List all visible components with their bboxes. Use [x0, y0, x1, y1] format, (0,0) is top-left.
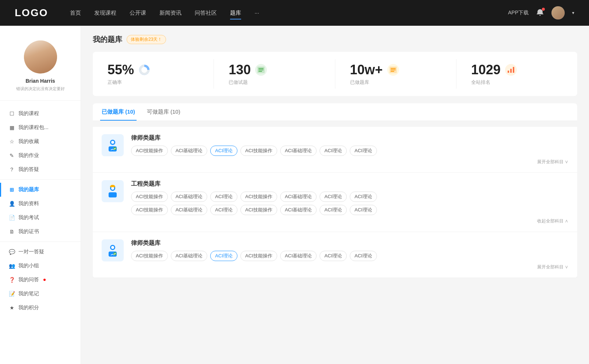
bank-tag-1-1[interactable]: ACI基础理论 [171, 146, 208, 156]
sidebar-label-favorites: 我的收藏 [18, 138, 39, 145]
sidebar-item-myqa[interactable]: ❓ 我的问答 [0, 273, 81, 287]
main-layout: Brian Harris 错误的决定比没有决定要好 ☐ 我的课程 ▦ 我的课程包… [0, 26, 589, 364]
sidebar-item-cert[interactable]: 🗎 我的证书 [0, 225, 81, 239]
user-dropdown-arrow[interactable]: ▾ [572, 10, 574, 15]
bank-tags-1: ACI技能操作 ACI基础理论 ACI理论 ACI技能操作 ACI基础理论 AC… [131, 146, 568, 156]
stat-ranking: 1029 全站排名 [456, 59, 577, 89]
note-icon: 📝 [9, 291, 15, 297]
sidebar-item-points[interactable]: ★ 我的积分 [0, 301, 81, 315]
bank-tag-3-0[interactable]: ACI技能操作 [131, 251, 168, 261]
bank-tag-2-12[interactable]: ACI理论 [320, 205, 347, 215]
bank-tag-2-6[interactable]: ACI理论 [350, 192, 377, 202]
doc-icon: ☐ [9, 111, 15, 117]
bank-card-1: 律师类题库 ACI技能操作 ACI基础理论 ACI理论 ACI技能操作 ACI基… [93, 127, 577, 173]
sidebar-item-profile[interactable]: 👤 我的资料 [0, 197, 81, 211]
tab-available[interactable]: 可做题库 (10) [145, 103, 182, 121]
svg-rect-12 [513, 67, 514, 73]
bank-tag-2-7[interactable]: ACI技能操作 [131, 205, 168, 215]
nav-openclass[interactable]: 公开课 [130, 8, 146, 18]
file-icon: 📄 [9, 215, 15, 221]
navbar: LOGO 首页 发现课程 公开课 新闻资讯 问答社区 题库 ··· APP下载 … [0, 0, 589, 26]
bank-tag-2-10[interactable]: ACI技能操作 [240, 205, 277, 215]
stat-done-label: 已做试题 [229, 79, 248, 86]
notification-bell[interactable] [536, 8, 544, 18]
sidebar-item-group[interactable]: 👥 我的小组 [0, 259, 81, 273]
svg-rect-3 [258, 68, 264, 69]
sidebar-item-favorites[interactable]: ☆ 我的收藏 [0, 135, 81, 149]
svg-rect-7 [391, 68, 396, 69]
tab-done[interactable]: 已做题库 (10) [100, 103, 137, 121]
list-green-icon [255, 64, 267, 76]
bank-tag-1-3[interactable]: ACI技能操作 [240, 146, 277, 156]
stat-ranking-top: 1029 [471, 62, 517, 78]
bank-tag-3-2[interactable]: ACI理论 [210, 251, 237, 261]
stat-ranking-number: 1029 [471, 62, 501, 78]
logo: LOGO [15, 7, 48, 19]
bank-tag-3-3[interactable]: ACI技能操作 [240, 251, 277, 261]
avatar-silhouette [24, 40, 57, 74]
bar-chart-icon [505, 64, 517, 76]
bank-expand-3[interactable]: 展开全部科目 ∨ [131, 264, 568, 270]
svg-point-16 [111, 141, 114, 144]
bank-tag-2-13[interactable]: ACI理论 [350, 205, 377, 215]
bank-tag-2-8[interactable]: ACI基础理论 [171, 205, 208, 215]
sidebar-divider-1 [0, 100, 81, 101]
bank-tag-2-4[interactable]: ACI基础理论 [280, 192, 317, 202]
sidebar-label-private-qa: 一对一答疑 [18, 249, 44, 255]
sidebar-item-private-qa[interactable]: 💬 一对一答疑 [0, 245, 81, 259]
sidebar-item-coursepack[interactable]: ▦ 我的课程包... [0, 121, 81, 135]
notification-dot [542, 8, 545, 11]
bank-tag-2-2[interactable]: ACI理论 [210, 192, 237, 202]
sidebar-item-homework[interactable]: ✎ 我的作业 [0, 149, 81, 163]
bank-tag-2-3[interactable]: ACI技能操作 [240, 192, 277, 202]
sidebar-label-group: 我的小组 [18, 263, 39, 269]
avatar[interactable] [551, 6, 565, 19]
bank-expand-2[interactable]: 收起全部科目 ∧ [131, 218, 568, 224]
sidebar-label-homework: 我的作业 [18, 152, 39, 159]
sidebar-label-profile: 我的资料 [18, 200, 39, 207]
bank-icon: ⊞ [9, 187, 15, 193]
sidebar-item-notes[interactable]: 📝 我的笔记 [0, 287, 81, 301]
bank-tag-1-2[interactable]: ACI理论 [210, 146, 237, 156]
nav-discover[interactable]: 发现课程 [94, 8, 116, 18]
bank-tag-1-4[interactable]: ACI基础理论 [280, 146, 317, 156]
nav-questionbank[interactable]: 题库 [230, 8, 241, 18]
bank-tag-2-5[interactable]: ACI理论 [320, 192, 347, 202]
page-title: 我的题库 [93, 35, 122, 44]
sidebar-item-courses[interactable]: ☐ 我的课程 [0, 107, 81, 121]
bank-tag-2-11[interactable]: ACI基础理论 [280, 205, 317, 215]
svg-rect-10 [508, 71, 509, 73]
sidebar-label-coursepack: 我的课程包... [18, 124, 49, 131]
bank-tags-2-row1: ACI技能操作 ACI基础理论 ACI理论 ACI技能操作 ACI基础理论 AC… [131, 192, 568, 202]
bank-tag-3-4[interactable]: ACI基础理论 [280, 251, 317, 261]
nav-news[interactable]: 新闻资讯 [159, 8, 181, 18]
svg-rect-19 [109, 192, 117, 197]
bank-tag-1-6[interactable]: ACI理论 [350, 146, 377, 156]
tabs-bar: 已做题库 (10) 可做题库 (10) [93, 103, 577, 121]
bank-tag-1-5[interactable]: ACI理论 [320, 146, 347, 156]
bank-expand-1[interactable]: 展开全部科目 ∨ [131, 159, 568, 165]
app-download-btn[interactable]: APP下载 [508, 10, 529, 16]
bank-tag-1-0[interactable]: ACI技能操作 [131, 146, 168, 156]
sidebar-item-exam[interactable]: 📄 我的考试 [0, 211, 81, 225]
bank-tag-2-0[interactable]: ACI技能操作 [131, 192, 168, 202]
sidebar-item-qa[interactable]: ? 我的答疑 [0, 163, 81, 176]
nav-menu: 首页 发现课程 公开课 新闻资讯 问答社区 题库 ··· [70, 8, 508, 18]
stat-banks-top: 10w+ [350, 62, 399, 78]
svg-point-20 [111, 187, 114, 190]
svg-rect-5 [258, 71, 262, 72]
nav-qa[interactable]: 问答社区 [195, 8, 217, 18]
bank-tag-3-6[interactable]: ACI理论 [350, 251, 377, 261]
bank-tag-2-1[interactable]: ACI基础理论 [171, 192, 208, 202]
stat-accuracy-label: 正确率 [107, 79, 122, 86]
sidebar-item-questionbank[interactable]: ⊞ 我的题库 [0, 183, 81, 197]
bank-tag-3-1[interactable]: ACI基础理论 [171, 251, 208, 261]
stat-done-banks: 10w+ 已做题库 [335, 59, 456, 89]
nav-more[interactable]: ··· [254, 8, 259, 18]
bank-tags-3: ACI技能操作 ACI基础理论 ACI理论 ACI技能操作 ACI基础理论 AC… [131, 251, 568, 261]
svg-rect-4 [258, 69, 264, 70]
bank-tag-2-9[interactable]: ACI理论 [210, 205, 237, 215]
nav-home[interactable]: 首页 [70, 8, 81, 18]
bank-tag-3-5[interactable]: ACI理论 [320, 251, 347, 261]
profile-avatar [24, 40, 57, 74]
